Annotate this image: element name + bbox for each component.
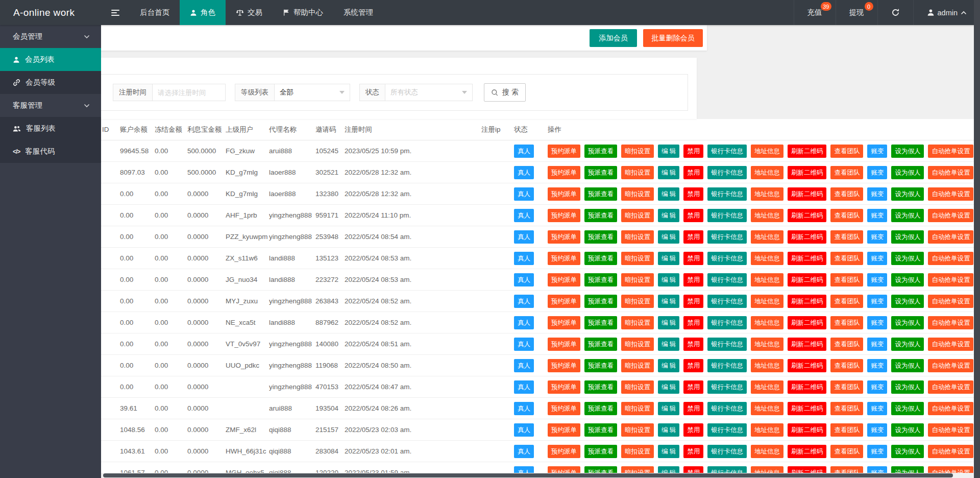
- status-badge[interactable]: 真人: [514, 187, 534, 201]
- btn-disable[interactable]: 禁用: [683, 338, 703, 351]
- search-button[interactable]: 搜 索: [484, 83, 526, 102]
- status-badge[interactable]: 真人: [514, 445, 534, 458]
- btn-bank-info[interactable]: 银行卡信息: [707, 166, 747, 179]
- btn-set-fake[interactable]: 设为假人: [891, 380, 924, 394]
- btn-address-info[interactable]: 地址信息: [751, 423, 783, 437]
- btn-refresh-qrcode[interactable]: 刷新二维码: [788, 273, 827, 286]
- btn-auto-grab-settings[interactable]: 自动抢单设置: [928, 402, 973, 415]
- user-menu[interactable]: admin: [913, 0, 980, 25]
- btn-auto-grab-settings[interactable]: 自动抢单设置: [928, 209, 973, 222]
- add-member-button[interactable]: 添加会员: [590, 29, 637, 47]
- btn-edit[interactable]: 编 辑: [658, 145, 679, 158]
- btn-set-fake[interactable]: 设为假人: [891, 423, 924, 437]
- btn-refresh-qrcode[interactable]: 刷新二维码: [788, 316, 827, 329]
- btn-set-fake[interactable]: 设为假人: [891, 316, 924, 329]
- btn-refresh-qrcode[interactable]: 刷新二维码: [788, 252, 827, 265]
- btn-disable[interactable]: 禁用: [683, 187, 703, 201]
- btn-reserve-dispatch[interactable]: 预约派单: [548, 273, 580, 286]
- btn-disable[interactable]: 禁用: [683, 380, 703, 394]
- btn-reserve-dispatch[interactable]: 预约派单: [548, 423, 580, 437]
- btn-dispatch-view[interactable]: 预派查看: [584, 273, 617, 286]
- btn-edit[interactable]: 编 辑: [658, 359, 679, 372]
- btn-set-fake[interactable]: 设为假人: [891, 359, 924, 372]
- btn-edit[interactable]: 编 辑: [658, 252, 679, 265]
- btn-disable[interactable]: 禁用: [683, 273, 703, 286]
- btn-hidden-deduct[interactable]: 暗扣设置: [621, 273, 654, 286]
- status-badge[interactable]: 真人: [514, 252, 534, 265]
- btn-address-info[interactable]: 地址信息: [751, 380, 783, 394]
- status-badge[interactable]: 真人: [514, 145, 534, 158]
- btn-refresh-qrcode[interactable]: 刷新二维码: [788, 359, 827, 372]
- btn-edit[interactable]: 编 辑: [658, 380, 679, 394]
- btn-reserve-dispatch[interactable]: 预约派单: [548, 230, 580, 244]
- btn-bank-info[interactable]: 银行卡信息: [707, 402, 747, 415]
- btn-set-fake[interactable]: 设为假人: [891, 187, 924, 201]
- btn-dispatch-view[interactable]: 预派查看: [584, 402, 617, 415]
- btn-bank-info[interactable]: 银行卡信息: [707, 316, 747, 329]
- btn-refresh-qrcode[interactable]: 刷新二维码: [788, 209, 827, 222]
- btn-disable[interactable]: 禁用: [683, 166, 703, 179]
- btn-account-change[interactable]: 账变: [867, 402, 887, 415]
- status-select[interactable]: 所有状态: [385, 84, 473, 101]
- btn-dispatch-view[interactable]: 预派查看: [584, 359, 617, 372]
- btn-bank-info[interactable]: 银行卡信息: [707, 187, 747, 201]
- btn-set-fake[interactable]: 设为假人: [891, 338, 924, 351]
- btn-disable[interactable]: 禁用: [683, 295, 703, 308]
- btn-disable[interactable]: 禁用: [683, 252, 703, 265]
- btn-reserve-dispatch[interactable]: 预约派单: [548, 145, 580, 158]
- sidebar-item-member-list[interactable]: 会员列表: [0, 48, 101, 71]
- btn-reserve-dispatch[interactable]: 预约派单: [548, 209, 580, 222]
- btn-reserve-dispatch[interactable]: 预约派单: [548, 338, 580, 351]
- btn-auto-grab-settings[interactable]: 自动抢单设置: [928, 445, 973, 458]
- btn-hidden-deduct[interactable]: 暗扣设置: [621, 295, 654, 308]
- btn-disable[interactable]: 禁用: [683, 316, 703, 329]
- btn-hidden-deduct[interactable]: 暗扣设置: [621, 166, 654, 179]
- btn-dispatch-view[interactable]: 预派查看: [584, 295, 617, 308]
- btn-disable[interactable]: 禁用: [683, 230, 703, 244]
- btn-view-team[interactable]: 查看团队: [830, 252, 863, 265]
- btn-disable[interactable]: 禁用: [683, 423, 703, 437]
- sidebar-toggle-button[interactable]: [101, 0, 130, 25]
- btn-account-change[interactable]: 账变: [867, 423, 887, 437]
- btn-view-team[interactable]: 查看团队: [830, 273, 863, 286]
- btn-account-change[interactable]: 账变: [867, 338, 887, 351]
- btn-set-fake[interactable]: 设为假人: [891, 145, 924, 158]
- btn-view-team[interactable]: 查看团队: [830, 209, 863, 222]
- vertical-scrollbar[interactable]: [974, 0, 980, 478]
- btn-hidden-deduct[interactable]: 暗扣设置: [621, 402, 654, 415]
- btn-address-info[interactable]: 地址信息: [751, 230, 783, 244]
- btn-address-info[interactable]: 地址信息: [751, 273, 783, 286]
- btn-view-team[interactable]: 查看团队: [830, 230, 863, 244]
- btn-refresh-qrcode[interactable]: 刷新二维码: [788, 295, 827, 308]
- btn-account-change[interactable]: 账变: [867, 187, 887, 201]
- btn-account-change[interactable]: 账变: [867, 209, 887, 222]
- sidebar-item-member-level[interactable]: 会员等级: [0, 71, 101, 94]
- nav-roles[interactable]: 角色: [180, 0, 226, 25]
- btn-account-change[interactable]: 账变: [867, 230, 887, 244]
- btn-bank-info[interactable]: 银行卡信息: [707, 295, 747, 308]
- horizontal-scrollbar[interactable]: [101, 473, 974, 478]
- btn-set-fake[interactable]: 设为假人: [891, 252, 924, 265]
- btn-set-fake[interactable]: 设为假人: [891, 209, 924, 222]
- status-badge[interactable]: 真人: [514, 209, 534, 222]
- btn-set-fake[interactable]: 设为假人: [891, 295, 924, 308]
- status-badge[interactable]: 真人: [514, 423, 534, 437]
- btn-view-team[interactable]: 查看团队: [830, 316, 863, 329]
- btn-account-change[interactable]: 账变: [867, 166, 887, 179]
- btn-refresh-qrcode[interactable]: 刷新二维码: [788, 423, 827, 437]
- nav-system[interactable]: 系统管理: [333, 0, 383, 25]
- btn-hidden-deduct[interactable]: 暗扣设置: [621, 423, 654, 437]
- btn-address-info[interactable]: 地址信息: [751, 445, 783, 458]
- btn-account-change[interactable]: 账变: [867, 252, 887, 265]
- status-badge[interactable]: 真人: [514, 316, 534, 329]
- btn-dispatch-view[interactable]: 预派查看: [584, 423, 617, 437]
- btn-reserve-dispatch[interactable]: 预约派单: [548, 295, 580, 308]
- status-badge[interactable]: 真人: [514, 359, 534, 372]
- sidebar-group-member-management[interactable]: 会员管理: [0, 25, 101, 48]
- btn-dispatch-view[interactable]: 预派查看: [584, 252, 617, 265]
- btn-view-team[interactable]: 查看团队: [830, 166, 863, 179]
- btn-view-team[interactable]: 查看团队: [830, 423, 863, 437]
- btn-dispatch-view[interactable]: 预派查看: [584, 145, 617, 158]
- btn-edit[interactable]: 编 辑: [658, 338, 679, 351]
- btn-auto-grab-settings[interactable]: 自动抢单设置: [928, 316, 973, 329]
